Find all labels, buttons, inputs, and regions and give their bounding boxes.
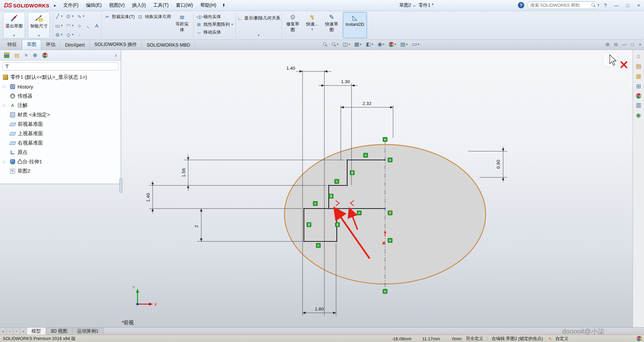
arc-caret-icon[interactable]: ▾ <box>72 24 74 27</box>
split-pane-icon[interactable]: ⊞ <box>606 42 609 47</box>
search-icon[interactable] <box>591 3 596 7</box>
doc-minimize-button[interactable]: — <box>623 42 627 47</box>
tree-item-part-root[interactable]: 零件1 (默认<<默认>_显示状态 1>) <box>0 72 121 82</box>
menu-tools[interactable]: 工具(T) <box>150 1 172 10</box>
exit-sketch-button[interactable]: 退出草图 ▾ <box>3 12 25 39</box>
search-caret-icon[interactable]: ▾ <box>598 4 599 7</box>
window-maximize-button[interactable]: □ <box>624 3 632 8</box>
tree-filter-box[interactable] <box>2 62 118 70</box>
trim-entities-button[interactable]: ✂剪裁实体(T) <box>104 14 135 20</box>
configuration-manager-icon[interactable]: ≡ <box>24 52 28 58</box>
window-close-button[interactable]: × <box>635 3 643 8</box>
tab-scroll-next-button[interactable]: › <box>13 328 20 335</box>
tab-evaluate[interactable]: 评估 <box>41 40 60 50</box>
expand-arrow-icon[interactable]: ▷ <box>3 84 6 89</box>
menu-file[interactable]: 文件(F) <box>59 1 82 10</box>
move-entities-button[interactable]: ↔移动实体 <box>196 29 233 35</box>
appearances-scenes-icon[interactable] <box>636 93 641 99</box>
tab-3d-views[interactable]: 3D 视图 <box>46 328 72 335</box>
cascade-windows-icon[interactable]: ⊟ <box>614 42 618 47</box>
zoom-caret-icon[interactable]: ▾ <box>337 43 338 46</box>
spline-tool-button[interactable]: ∿▾ <box>76 13 85 19</box>
tree-item-material[interactable]: 材质 <未指定> <box>0 110 121 119</box>
slot-tool-button[interactable]: ⊜▾ <box>55 32 63 38</box>
tree-item-annotations[interactable]: ▷ A 注解 <box>0 101 121 110</box>
menu-window[interactable]: 窗口(W) <box>172 1 197 10</box>
smart-dimension-button[interactable]: 智能尺寸 ▾ <box>28 12 50 39</box>
display-relations-button[interactable]: ∟显示/删除几何关系 <box>237 15 280 21</box>
forum-icon[interactable]: ◉ <box>636 112 641 119</box>
expand-arrow-icon[interactable]: ▷ <box>3 160 6 164</box>
doc-restore-button[interactable]: □ <box>632 42 634 47</box>
circle-caret-icon[interactable]: ▾ <box>72 15 74 18</box>
convert-entities-button[interactable]: ⊡转换实体引用 <box>138 14 171 20</box>
featuremanager-tree-icon[interactable] <box>4 53 9 58</box>
tab-features[interactable]: 特征 <box>3 40 22 50</box>
fillet-tool-button[interactable]: ◟ <box>85 23 91 28</box>
view-settings-button[interactable]: ▭▾ <box>412 41 419 47</box>
tab-sketch[interactable]: 草图 <box>22 40 41 50</box>
polygon-tool-button[interactable]: ◇▾ <box>66 32 74 38</box>
menu-pin-icon[interactable] <box>222 4 225 7</box>
rectangle-caret-icon[interactable]: ▾ <box>61 24 63 27</box>
tree-item-front-plane[interactable]: 前视基准面 <box>0 119 121 129</box>
dimension-090[interactable]: 0.90 <box>496 147 504 182</box>
window-minimize-button[interactable]: — <box>612 3 621 8</box>
section-caret-icon[interactable]: ▾ <box>348 43 350 46</box>
help-badge-icon[interactable]: ? <box>518 2 524 8</box>
display-style-button[interactable]: ◧▾ <box>366 41 373 47</box>
tab-scroll-last-button[interactable]: » <box>20 328 27 335</box>
view-orientation-button[interactable]: ▦▾ <box>354 41 362 47</box>
dimension-180[interactable]: 1.80 <box>303 306 336 314</box>
tab-dimxpert[interactable]: DimXpert <box>60 41 90 50</box>
dimension-2[interactable]: 2 <box>194 209 203 241</box>
tab-motion-study[interactable]: 运动算例1 <box>72 328 104 335</box>
tab-mbd[interactable]: SOLIDWORKS MBD <box>142 41 195 50</box>
property-manager-icon[interactable]: ▤ <box>14 52 19 58</box>
view-settings-caret-icon[interactable]: ▾ <box>418 43 419 46</box>
help-menu[interactable]: ? <box>601 3 609 8</box>
tab-scroll-prev-button[interactable]: ‹ <box>7 328 13 335</box>
design-library-icon[interactable]: ▤ <box>636 63 641 70</box>
edit-appearance-button[interactable]: ▾ <box>389 42 396 47</box>
arc-tool-button[interactable]: ◠▾ <box>66 23 74 28</box>
tab-addins[interactable]: SOLIDWORKS 插件 <box>90 40 142 50</box>
tree-item-top-plane[interactable]: 上视基准面 <box>0 129 121 138</box>
panel-splitter-handle[interactable] <box>119 178 122 193</box>
zoom-to-area-button[interactable]: ▾ <box>332 42 338 47</box>
file-explorer-icon[interactable]: ▦ <box>636 73 641 80</box>
line-caret-icon[interactable]: ▾ <box>61 15 63 18</box>
linear-pattern-caret-icon[interactable]: ▾ <box>231 23 233 26</box>
display-manager-icon[interactable] <box>42 53 48 58</box>
tree-item-sensors[interactable]: 传感器 <box>0 91 121 101</box>
status-globe-icon[interactable] <box>637 336 642 341</box>
search-input[interactable] <box>530 3 589 8</box>
expand-arrow-icon[interactable]: ▷ <box>3 103 6 108</box>
instant2d-button[interactable]: ◺ Instant2D <box>343 12 367 38</box>
circle-tool-button[interactable]: ⊙▾ <box>66 13 74 19</box>
zoom-to-fit-button[interactable] <box>323 42 327 47</box>
orientation-caret-icon[interactable]: ▾ <box>360 43 362 46</box>
menu-view[interactable]: 视图(V) <box>105 1 128 10</box>
display-style-caret-icon[interactable]: ▾ <box>372 43 373 46</box>
tab-model[interactable]: 模型 <box>27 328 46 335</box>
dimension-140-top[interactable]: 1.40 <box>286 66 331 73</box>
spline-caret-icon[interactable]: ▾ <box>83 15 85 18</box>
smart-dimension-caret-icon[interactable]: ▾ <box>38 34 40 37</box>
apply-scene-button[interactable]: ▤▾ <box>400 41 408 47</box>
rectangle-tool-button[interactable]: ▭▾ <box>55 23 63 28</box>
tree-item-origin[interactable]: 原点 <box>0 148 121 157</box>
exit-sketch-caret-icon[interactable]: ▾ <box>13 34 15 37</box>
menu-insert[interactable]: 插入(I) <box>128 1 150 10</box>
tree-item-sketch2[interactable]: ✎ 草图2 <box>0 166 121 176</box>
slot-caret-icon[interactable]: ▾ <box>61 33 63 36</box>
menu-edit[interactable]: 编辑(E) <box>82 1 105 10</box>
menu-expand-icon[interactable]: ▸ <box>54 3 56 8</box>
custom-properties-icon[interactable]: ▥ <box>636 102 641 109</box>
menu-help[interactable]: 帮助(H) <box>197 1 220 10</box>
hide-show-items-button[interactable]: ◉▾ <box>378 41 385 47</box>
point-tool-button[interactable]: · <box>76 32 82 38</box>
line-tool-button[interactable]: ╱▾ <box>55 13 63 19</box>
display-relations-caret-icon[interactable]: ▾ <box>258 34 260 37</box>
doc-close-button[interactable]: × <box>639 42 641 47</box>
